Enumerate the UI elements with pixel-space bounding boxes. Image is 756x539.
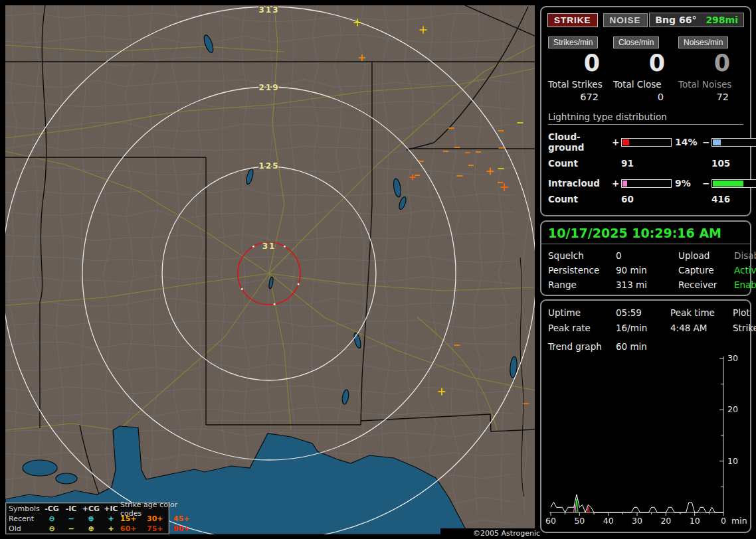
distance-value: 298mi [706,15,738,25]
age-15: 15+ [120,514,147,523]
x-tick-label: 60 [545,516,556,526]
legend-header-symbols: Symbols [9,504,42,513]
legend-header-pos-cg: +CG [80,504,102,513]
recent-pos-ic-icon: + [102,514,120,523]
peak-time-label: Peak time [670,307,733,318]
total-close-value: 0 [613,92,678,102]
uptime-value: 05:59 [616,307,670,318]
x-tick-label: 40 [603,516,614,526]
x-tick-label: 30 [632,516,642,526]
cg-minus-sign: − [702,137,711,147]
old-pos-cg-icon: ⊕ [80,524,102,533]
y-tick-label: 20 [727,404,738,414]
age-45: 45+ [173,514,197,523]
trend-graph-label: Trend graph [548,341,616,352]
old-neg-cg-icon: ⊖ [42,524,62,533]
legend-header-neg-ic: -IC [62,504,80,513]
x-tick-label: 20 [660,516,671,526]
distribution-title: Lightning type distribution [548,112,743,125]
counters-panel: STRIKE NOISE Bng 66° 298mi Strikes/min 0… [540,6,751,216]
squelch-value: 0 [616,250,678,261]
ring-label-313: 313 [258,5,279,15]
cg-count-label: Count [548,158,612,169]
cg-plus-sign: + [612,137,621,147]
age-30: 30+ [147,514,173,523]
alarm-ring-dot [241,288,243,290]
strikes-per-min-value: 0 [548,50,613,76]
close-per-min-button[interactable]: Close/min [613,37,659,48]
capture-label: Capture [678,265,734,275]
upload-value: Disabled [734,250,756,261]
status-panel: 10/17/2025 10:29:16 AM Squelch 0 Upload … [540,220,751,296]
datetime-display: 10/17/2025 10:29:16 AM [541,222,750,244]
legend-row-recent-label: Recent [9,514,42,523]
total-close-label: Total Close [613,79,678,90]
map-canvas: 31321912531 [5,5,535,534]
total-noises-label: Total Noises [678,79,743,90]
strikes-per-min-button[interactable]: Strikes/min [548,37,598,48]
y-tick-label: 30 [727,354,738,363]
range-value: 313 mi [616,279,678,290]
legend-header-pos-ic: +IC [102,504,120,513]
peak-rate-value: 16/min [616,323,670,333]
recent-pos-cg-icon: ⊕ [80,514,102,523]
noises-per-min-button[interactable]: Noises/min [678,37,728,48]
cg-positive-count: 91 [621,158,672,169]
ic-positive-pct: 9% [672,178,702,189]
ring-label-31: 31 [262,242,276,251]
age-60: 60+ [120,524,147,533]
plot-label: Plot [733,307,756,318]
cloud-ground-label: Cloud-ground [548,131,612,153]
upload-label: Upload [678,250,734,261]
uptime-label: Uptime [548,307,616,318]
total-noises-value: 72 [678,92,743,102]
legend-row-old-label: Old [9,524,42,533]
peak-time-value: 4:48 AM [670,323,733,333]
strike-toggle-button[interactable]: STRIKE [547,13,598,27]
trend-graph: 6050403020100min102030 [543,354,751,532]
x-tick-label: 50 [574,516,585,526]
range-label: Range [548,279,616,290]
intracloud-label: Intracloud [548,178,612,189]
ic-minus-sign: − [702,178,711,189]
peak-rate-label: Peak rate [548,323,616,333]
age-75: 75+ [147,524,173,533]
alarm-ring-dot [298,283,300,285]
age-90: 90+ [173,524,197,533]
persistence-value: 90 min [616,265,678,275]
cg-positive-pct: 14% [672,137,702,147]
ic-negative-count: 416 [711,194,756,204]
capture-value: Active [734,265,756,275]
alarm-ring-dot [284,246,286,248]
plot-value: Strike [733,323,756,333]
alarm-ring-dot [252,246,254,248]
recent-neg-cg-icon: ⊖ [42,514,62,523]
bearing-value: Bng 66° [655,15,696,25]
cg-negative-bar [711,138,756,147]
ring-label-219: 219 [258,83,279,92]
session-panel: Uptime 05:59 Peak time Plot Peak rate 16… [540,299,751,533]
lightning-map[interactable]: 31321912531 ©2005 Astrogenic Systems [5,5,535,534]
bearing-distance-readout: Bng 66° 298mi [649,13,744,27]
trend-line-strikes [551,495,723,512]
total-strikes-label: Total Strikes [548,79,613,90]
symbol-legend: Symbols -CG -IC +CG +IC Strike age color… [5,502,169,534]
ic-positive-count: 60 [621,194,672,204]
ic-negative-bar [711,179,756,188]
y-tick-label: 10 [727,456,738,466]
cg-positive-bar [621,138,672,147]
alarm-ring-dot [274,303,276,305]
ic-positive-bar [621,179,672,188]
total-strikes-value: 672 [548,92,613,102]
app-window: { "map": { "land_color": "#695e56", "wat… [0,0,756,539]
close-per-min-value: 0 [613,50,678,76]
cg-negative-count: 105 [711,158,756,169]
noise-toggle-button[interactable]: NOISE [603,13,648,27]
noises-per-min-value: 0 [678,50,743,76]
x-tick-label: 10 [690,516,700,526]
squelch-label: Squelch [548,250,616,261]
legend-header-neg-cg: -CG [42,504,62,513]
recent-neg-ic-icon: − [62,514,80,523]
ic-plus-sign: + [612,178,621,189]
x-axis-unit: min [731,516,747,526]
